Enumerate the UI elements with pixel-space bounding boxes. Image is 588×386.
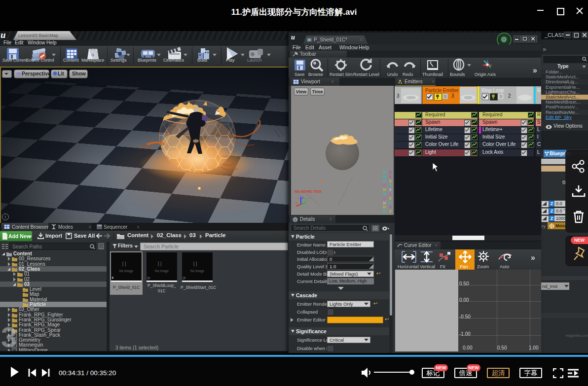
svg-text:i: i — [295, 218, 296, 222]
svg-text:z: z — [302, 196, 304, 199]
svg-text:x: x — [295, 201, 297, 205]
svg-text:y: y — [305, 198, 307, 202]
svg-text:u: u — [91, 51, 94, 57]
